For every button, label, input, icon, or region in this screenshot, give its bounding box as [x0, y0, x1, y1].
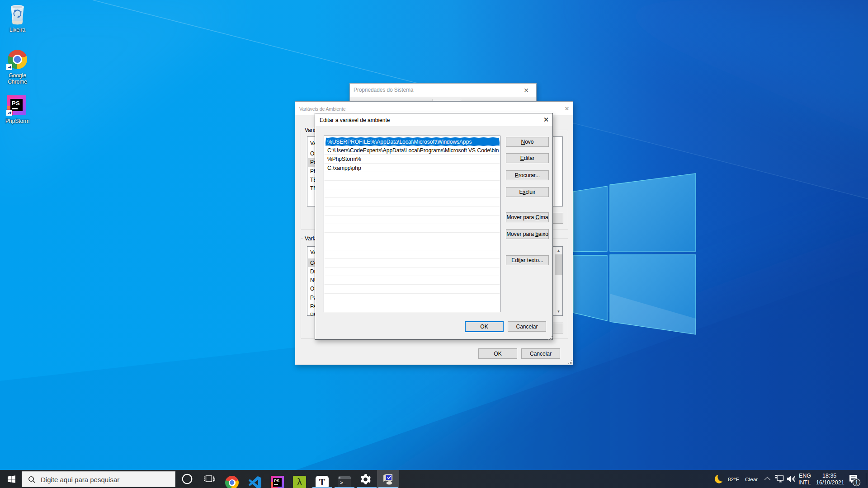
svg-text:1: 1 [855, 479, 858, 486]
